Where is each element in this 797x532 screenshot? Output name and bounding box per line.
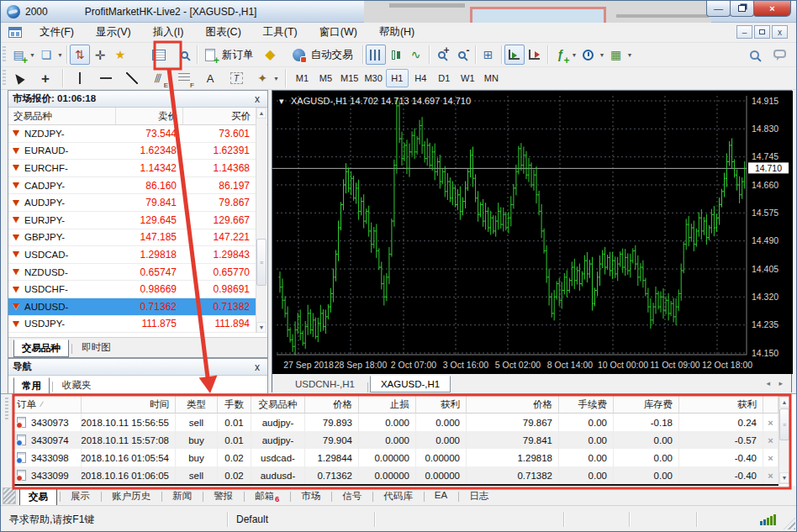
close-order-button[interactable]: × (763, 413, 779, 431)
timeframe-m5[interactable]: M5 (314, 69, 337, 87)
channel-button[interactable]: ⫻E (148, 68, 168, 88)
templates-button[interactable]: ▦ (606, 45, 626, 65)
chat-button[interactable] (769, 45, 789, 65)
navigator-button[interactable]: ★ (110, 45, 130, 65)
column-order-id[interactable]: 订单∕ (13, 396, 82, 413)
mdi-close-button[interactable]: x (772, 25, 788, 39)
terminal-scrollbar[interactable]: ▲ ≡ ▼ (779, 396, 790, 484)
arrows-dropdown[interactable]: ▼ (272, 68, 280, 88)
autotrading-label[interactable]: 自动交易 (311, 48, 353, 62)
market-watch-row[interactable]: EURCHF-1.143421.14368 (8, 160, 256, 177)
order-row[interactable]: 34330982018.10.16 01:05:54buy0.02usdcad-… (13, 449, 779, 466)
menu-item-5[interactable]: 工具(T) (252, 23, 309, 42)
scroll-thumb[interactable]: ≡ (256, 239, 267, 286)
restore-button[interactable] (730, 1, 754, 17)
title-bar[interactable]: 2000 ProfitMarketHK-Live2 - [XAGUSD-,H1] (1, 1, 797, 23)
terminal-tab-9[interactable]: 代码库 (375, 487, 421, 505)
market-watch-row[interactable]: AUDUSD-0.713620.71382 (8, 298, 256, 316)
horizontal-line-button[interactable] (96, 68, 116, 88)
scroll-down-icon[interactable]: ▼ (256, 322, 267, 333)
crosshair-button[interactable]: + (35, 68, 55, 88)
scroll-thumb[interactable]: ≡ (779, 408, 789, 440)
column-symbol[interactable]: 交易品种 (8, 108, 116, 124)
close-order-button[interactable]: × (763, 449, 779, 466)
chart-svg-holder[interactable]: 14.710 14.91514.83014.74514.66014.57514.… (272, 91, 793, 374)
timeframe-m15[interactable]: M15 (338, 69, 361, 87)
menu-item-3[interactable]: 插入(I) (142, 23, 195, 42)
chart-shift-button[interactable] (525, 45, 545, 65)
auto-scroll-button[interactable] (504, 45, 525, 65)
menu-item-1[interactable]: 文件(F) (29, 23, 85, 42)
scroll-up-icon[interactable]: ▲ (779, 397, 789, 408)
status-profile[interactable]: Default (228, 512, 375, 527)
navigator-tab-1[interactable]: 常用 (13, 377, 50, 395)
strategy-tester-button[interactable] (174, 45, 194, 65)
market-watch-tab-2[interactable]: 即时图 (74, 340, 119, 356)
terminal-tab-11[interactable]: 日志 (461, 487, 497, 505)
new-order-label[interactable]: 新订单 (222, 48, 254, 62)
terminal-tab-2[interactable]: 展示 (62, 487, 98, 505)
text-label-button[interactable]: T (226, 68, 246, 88)
column-order-lots[interactable]: 手数 (218, 396, 251, 413)
metaeditor-button[interactable]: ◆ (261, 45, 281, 65)
scroll-down-icon[interactable]: ▼ (779, 472, 789, 483)
candlestick-button[interactable] (386, 45, 406, 65)
scroll-up-icon[interactable]: ▲ (256, 108, 267, 119)
terminal-tab-5[interactable]: 警报 (205, 487, 241, 505)
line-chart-button[interactable]: ∿ (406, 45, 426, 65)
zoom-out-button[interactable]: - (452, 45, 472, 65)
templates-dropdown[interactable]: ▼ (626, 45, 634, 65)
minimize-button[interactable]: — (706, 1, 731, 17)
periods-dropdown[interactable]: ▼ (599, 45, 606, 65)
market-watch-row[interactable]: AUDJPY-79.84179.867 (8, 194, 256, 212)
terminal-tab-7[interactable]: 市场 (293, 487, 329, 505)
chart-dropdown-icon[interactable]: ▾ (279, 96, 284, 106)
market-watch-scrollbar[interactable]: ▲ ≡ ▼ (256, 108, 267, 333)
column-commission[interactable]: 手续费 (559, 396, 614, 413)
toolbar-grip[interactable] (3, 46, 6, 63)
timeframe-m1[interactable]: M1 (291, 69, 314, 87)
market-watch-button[interactable]: ⇅ (70, 45, 90, 65)
zoom-in-button[interactable]: + (432, 45, 452, 65)
close-button[interactable]: × (753, 1, 791, 17)
market-watch-row[interactable]: GBPJPY-147.185147.221 (8, 229, 256, 247)
menu-item-6[interactable]: 窗口(W) (309, 23, 368, 42)
mdi-restore-button[interactable] (754, 25, 770, 39)
menu-item-2[interactable]: 显示(V) (85, 23, 142, 42)
arrows-button[interactable]: ✦ (252, 68, 272, 88)
column-open-price[interactable]: 价格 (305, 396, 359, 413)
trendline-button[interactable] (122, 68, 142, 88)
profiles-dropdown[interactable]: ▼ (56, 45, 64, 65)
navigator-close-icon[interactable]: x (251, 362, 263, 372)
column-order-symbol[interactable]: 交易品种 (251, 396, 305, 413)
market-watch-row[interactable]: USDJPY-111.875111.894 (8, 316, 256, 333)
close-order-button[interactable]: × (763, 431, 779, 449)
fibonacci-button[interactable]: F (174, 68, 194, 88)
column-profit[interactable]: 获利 (679, 396, 763, 413)
column-swap[interactable]: 库存费 (614, 396, 679, 413)
market-watch-row[interactable]: NZDJPY-73.54473.601 (8, 125, 256, 143)
column-order-type[interactable]: 类型 (176, 396, 218, 413)
order-row[interactable]: 34309732018.10.11 15:56:55sell0.01audjpy… (13, 413, 779, 431)
new-order-button[interactable]: + (200, 45, 220, 65)
market-watch-row[interactable]: USDCAD-1.298181.29843 (8, 246, 256, 264)
resize-grip[interactable] (784, 518, 795, 529)
navigator-header[interactable]: 导航 x (8, 359, 267, 376)
market-watch-header[interactable]: 市场报价: 01:06:18 x (8, 91, 267, 108)
profiles-button[interactable]: ❏ (36, 45, 56, 65)
new-chart-button[interactable]: ▤+ (8, 45, 29, 65)
column-stop-loss[interactable]: 止损 (359, 396, 416, 413)
terminal-tab-3[interactable]: 账户历史 (103, 487, 159, 505)
column-take-profit[interactable]: 获利 (416, 396, 467, 413)
text-button[interactable]: A (200, 68, 220, 88)
chart-tab-2[interactable]: XAGUSD-,H1 (370, 376, 451, 392)
toolbar-grip[interactable] (3, 70, 6, 87)
terminal-tab-1[interactable]: 交易 (19, 487, 57, 507)
timeframe-h4[interactable]: H4 (409, 69, 432, 87)
terminal-tab-10[interactable]: EA (426, 487, 456, 503)
docked-toolbar-icons[interactable] (3, 487, 16, 504)
data-window-button[interactable]: ✛ (90, 45, 110, 65)
column-bid[interactable]: 卖价 (116, 108, 183, 124)
order-row[interactable]: 34309742018.10.11 15:57:08buy0.01audjpy-… (13, 431, 779, 449)
terminal-tab-6[interactable]: 邮箱6 (246, 487, 288, 506)
